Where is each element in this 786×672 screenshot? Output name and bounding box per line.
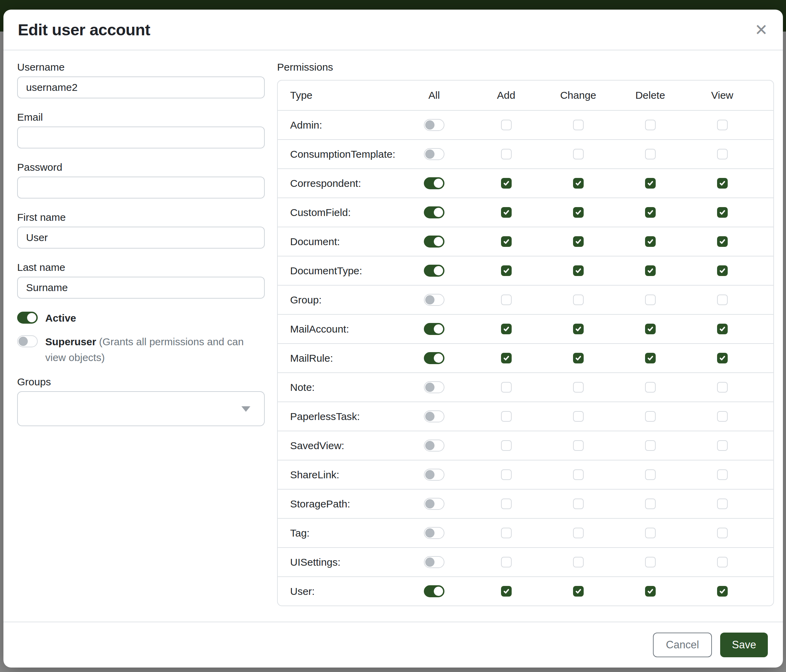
permission-view-checkbox[interactable] xyxy=(717,411,728,422)
permission-change-checkbox[interactable] xyxy=(573,236,584,247)
permission-add-checkbox[interactable] xyxy=(501,353,512,363)
permission-view-checkbox[interactable] xyxy=(717,323,728,334)
email-input[interactable] xyxy=(17,127,265,148)
permission-add-checkbox[interactable] xyxy=(501,265,512,276)
permission-view-checkbox[interactable] xyxy=(717,295,728,305)
superuser-toggle[interactable] xyxy=(17,335,38,347)
last-name-input[interactable] xyxy=(17,277,265,298)
permission-view-checkbox[interactable] xyxy=(717,236,728,247)
permission-all-toggle[interactable] xyxy=(424,119,445,131)
permission-add-checkbox[interactable] xyxy=(501,178,512,188)
permission-change-checkbox[interactable] xyxy=(573,469,584,480)
permission-change-checkbox[interactable] xyxy=(573,586,584,597)
permission-view-checkbox[interactable] xyxy=(717,382,728,393)
permission-change-checkbox[interactable] xyxy=(573,120,584,130)
permission-add-checkbox[interactable] xyxy=(501,207,512,218)
permission-all-toggle[interactable] xyxy=(424,440,445,452)
permission-add-checkbox[interactable] xyxy=(501,440,512,451)
permission-all-toggle[interactable] xyxy=(424,585,445,597)
permission-view-checkbox[interactable] xyxy=(717,528,728,538)
permission-delete-checkbox[interactable] xyxy=(645,295,656,305)
permission-all-toggle[interactable] xyxy=(424,148,445,160)
permission-change-checkbox[interactable] xyxy=(573,499,584,509)
permission-all-toggle[interactable] xyxy=(424,323,445,335)
permission-all-toggle[interactable] xyxy=(424,265,445,277)
permission-delete-checkbox[interactable] xyxy=(645,178,656,188)
permission-delete-checkbox[interactable] xyxy=(645,120,656,130)
permission-add-checkbox[interactable] xyxy=(501,557,512,567)
permission-delete-checkbox[interactable] xyxy=(645,149,656,159)
permission-delete-checkbox[interactable] xyxy=(645,353,656,363)
permission-all-toggle[interactable] xyxy=(424,469,445,481)
permission-all-toggle[interactable] xyxy=(424,556,445,568)
permission-add-checkbox[interactable] xyxy=(501,149,512,159)
groups-select[interactable] xyxy=(17,391,265,426)
permission-delete-checkbox[interactable] xyxy=(645,586,656,597)
permission-type-label: DocumentType: xyxy=(290,265,398,277)
permission-change-checkbox[interactable] xyxy=(573,265,584,276)
permission-all-toggle[interactable] xyxy=(424,206,445,218)
close-icon[interactable]: ✕ xyxy=(755,22,768,38)
permission-all-toggle[interactable] xyxy=(424,410,445,422)
permission-add-checkbox[interactable] xyxy=(501,469,512,480)
permission-add-checkbox[interactable] xyxy=(501,499,512,509)
permission-add-checkbox[interactable] xyxy=(501,295,512,305)
permission-delete-checkbox[interactable] xyxy=(645,265,656,276)
permission-change-checkbox[interactable] xyxy=(573,557,584,567)
permission-all-toggle[interactable] xyxy=(424,498,445,510)
toggle-knob xyxy=(19,337,28,346)
permission-view-checkbox[interactable] xyxy=(717,353,728,363)
permission-view-checkbox[interactable] xyxy=(717,207,728,218)
permission-delete-checkbox[interactable] xyxy=(645,207,656,218)
permission-delete-checkbox[interactable] xyxy=(645,411,656,422)
permission-view-checkbox[interactable] xyxy=(717,265,728,276)
permission-change-checkbox[interactable] xyxy=(573,411,584,422)
permission-add-checkbox[interactable] xyxy=(501,323,512,334)
permission-view-checkbox[interactable] xyxy=(717,178,728,188)
permission-change-checkbox[interactable] xyxy=(573,440,584,451)
save-button[interactable]: Save xyxy=(720,633,768,657)
permission-delete-checkbox[interactable] xyxy=(645,557,656,567)
permission-change-checkbox[interactable] xyxy=(573,207,584,218)
permission-add-checkbox[interactable] xyxy=(501,528,512,538)
permission-delete-checkbox[interactable] xyxy=(645,528,656,538)
permission-delete-checkbox[interactable] xyxy=(645,469,656,480)
permission-change-checkbox[interactable] xyxy=(573,149,584,159)
permission-view-checkbox[interactable] xyxy=(717,469,728,480)
permission-all-toggle[interactable] xyxy=(424,294,445,306)
first-name-input[interactable] xyxy=(17,227,265,248)
permission-change-checkbox[interactable] xyxy=(573,323,584,334)
permission-change-checkbox[interactable] xyxy=(573,178,584,188)
username-input[interactable] xyxy=(17,77,265,98)
permission-view-checkbox[interactable] xyxy=(717,149,728,159)
permission-delete-checkbox[interactable] xyxy=(645,236,656,247)
cancel-button[interactable]: Cancel xyxy=(653,633,712,657)
password-input[interactable] xyxy=(17,177,265,198)
permission-change-checkbox[interactable] xyxy=(573,528,584,538)
permission-add-checkbox[interactable] xyxy=(501,236,512,247)
permission-add-checkbox[interactable] xyxy=(501,120,512,130)
active-toggle[interactable] xyxy=(17,312,38,323)
permission-all-toggle[interactable] xyxy=(424,236,445,248)
permission-change-checkbox[interactable] xyxy=(573,295,584,305)
permission-view-checkbox[interactable] xyxy=(717,120,728,130)
permission-view-checkbox[interactable] xyxy=(717,499,728,509)
permission-row: Tag: xyxy=(278,518,773,547)
permission-all-toggle[interactable] xyxy=(424,527,445,539)
permission-add-checkbox[interactable] xyxy=(501,411,512,422)
permission-change-checkbox[interactable] xyxy=(573,382,584,393)
permission-all-toggle[interactable] xyxy=(424,352,445,364)
permission-delete-checkbox[interactable] xyxy=(645,440,656,451)
permission-all-toggle[interactable] xyxy=(424,381,445,393)
permission-delete-checkbox[interactable] xyxy=(645,382,656,393)
permission-all-toggle[interactable] xyxy=(424,177,445,189)
toggle-knob xyxy=(434,179,443,188)
permission-change-checkbox[interactable] xyxy=(573,353,584,363)
permission-view-checkbox[interactable] xyxy=(717,440,728,451)
permission-add-checkbox[interactable] xyxy=(501,586,512,597)
permission-view-checkbox[interactable] xyxy=(717,586,728,597)
permission-add-checkbox[interactable] xyxy=(501,382,512,393)
permission-view-checkbox[interactable] xyxy=(717,557,728,567)
permission-delete-checkbox[interactable] xyxy=(645,323,656,334)
permission-delete-checkbox[interactable] xyxy=(645,499,656,509)
